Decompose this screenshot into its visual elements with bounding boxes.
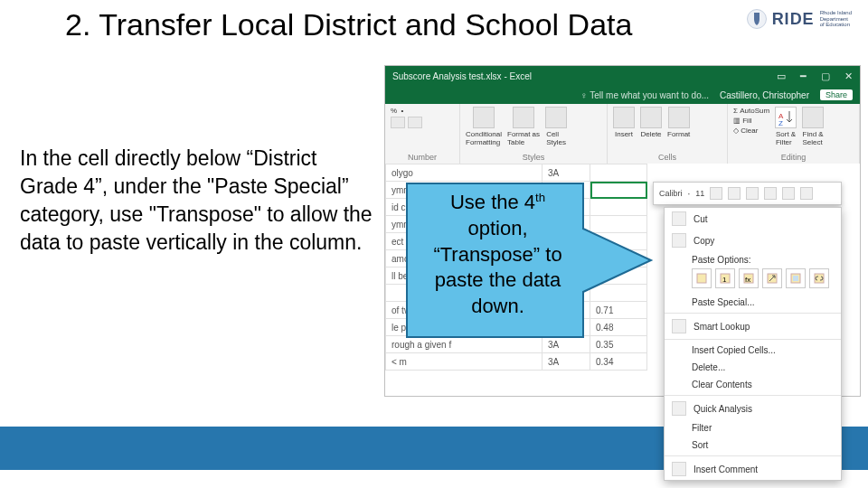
svg-text:Z: Z [778,119,783,127]
ride-wordmark: RIDE [772,10,815,29]
insert-button[interactable]: Insert [613,107,635,138]
ctx-copy[interactable]: Copy [665,230,841,251]
ctx-delete[interactable]: Delete... [665,359,841,376]
ctx-filter[interactable]: Filter [665,419,841,436]
paste-option-formulas[interactable]: fx [739,268,759,288]
ribbon-group-number: % • Number [385,104,460,164]
borders-icon[interactable] [782,187,795,200]
tell-me[interactable]: ♀ Tell me what you want to do... [580,90,709,100]
fill-color-icon[interactable] [764,187,777,200]
svg-text:fx: fx [745,276,750,284]
clear-button[interactable]: ◇ Clear [733,127,769,135]
window-buttons[interactable]: ▭ ━ ▢ ✕ [777,70,853,82]
italic-icon[interactable] [728,187,741,200]
excel-tabs-row: ♀ Tell me what you want to do... Castill… [385,86,860,104]
ride-logo: RIDE Rhode Island Department of Educatio… [747,9,852,29]
minimize-icon[interactable]: ━ [800,70,807,82]
paste-option-transpose[interactable] [762,268,782,288]
excel-titlebar: Subscore Analysis test.xlsx - Excel ▭ ━ … [385,66,860,86]
paste-options: 1 fx [665,267,841,294]
instruction-text: In the cell directly below “District Gra… [20,145,377,257]
ctx-paste-header: Paste Options: [665,251,841,267]
ctx-sort[interactable]: Sort [665,436,841,454]
fill-button[interactable]: ▥ Fill [733,117,769,125]
autosum-button[interactable]: Σ AutoSum [733,107,769,115]
ctx-quick-analysis[interactable]: Quick Analysis [665,398,841,419]
svg-rect-2 [697,274,706,283]
table-row[interactable]: < m3A0.34 [386,353,647,371]
cell-styles-button[interactable]: Cell Styles [545,107,567,146]
ctx-paste-special[interactable]: Paste Special... [665,294,841,311]
ctx-insert-copied[interactable]: Insert Copied Cells... [665,342,841,359]
merge-icon[interactable] [800,187,813,200]
format-as-table-button[interactable]: Format as Table [507,107,540,146]
ctx-cut[interactable]: Cut [665,208,841,230]
ride-subtext: Rhode Island Department of Education [820,10,852,28]
page-title: 2. Transfer Local District and School Da… [65,7,632,42]
delete-button[interactable]: Delete [640,107,662,138]
excel-ribbon: % • Number Conditional Formatting Format… [385,104,860,164]
context-menu: Cut Copy Paste Options: 1 fx Paste Speci… [664,207,842,481]
comment-icon [672,462,686,476]
ctx-clear[interactable]: Clear Contents [665,376,841,393]
svg-rect-9 [793,276,798,281]
paste-option-link[interactable] [809,268,829,288]
callout-text: Use the 4th option, “Transpose” to paste… [419,190,577,319]
ribbon-group-cells: Insert Delete Format Cells [608,104,728,164]
user-name[interactable]: Castillero, Christopher [720,90,809,100]
arrow-callout: Use the 4th option, “Transpose” to paste… [402,179,656,342]
ride-seal-icon [747,9,767,29]
conditional-formatting-button[interactable]: Conditional Formatting [466,107,502,146]
ribbon-group-editing: Σ AutoSum ▥ Fill ◇ Clear AZSort & Filter… [728,104,860,164]
ribbon-group-styles: Conditional Formatting Format as Table C… [460,104,608,164]
paste-option-values[interactable]: 1 [715,268,735,288]
mini-toolbar[interactable]: Calibri · 11 [653,182,842,205]
bold-icon[interactable] [710,187,722,200]
ribbon-options-icon[interactable]: ▭ [777,70,786,82]
paste-option-formatting[interactable] [786,268,806,288]
format-button[interactable]: Format [667,107,690,138]
dec-decimal-icon[interactable] [408,117,422,128]
ctx-insert-comment[interactable]: Insert Comment [665,458,841,480]
ctx-smart-lookup[interactable]: Smart Lookup [665,315,841,337]
copy-icon [672,233,686,248]
scissors-icon [672,211,686,226]
excel-title: Subscore Analysis test.xlsx - Excel [392,71,532,81]
svg-text:1: 1 [722,276,727,284]
maximize-icon[interactable]: ▢ [821,70,830,82]
sort-filter-button[interactable]: AZSort & Filter [775,107,797,146]
inc-decimal-icon[interactable] [391,117,405,128]
find-select-button[interactable]: Find & Select [802,107,824,146]
slide: RIDE Rhode Island Department of Educatio… [0,0,868,488]
lookup-icon [672,319,686,333]
quick-analysis-icon [672,401,686,416]
share-button[interactable]: Share [820,89,853,100]
close-icon[interactable]: ✕ [844,70,853,82]
paste-option-all[interactable] [692,268,712,288]
font-color-icon[interactable] [746,187,759,200]
